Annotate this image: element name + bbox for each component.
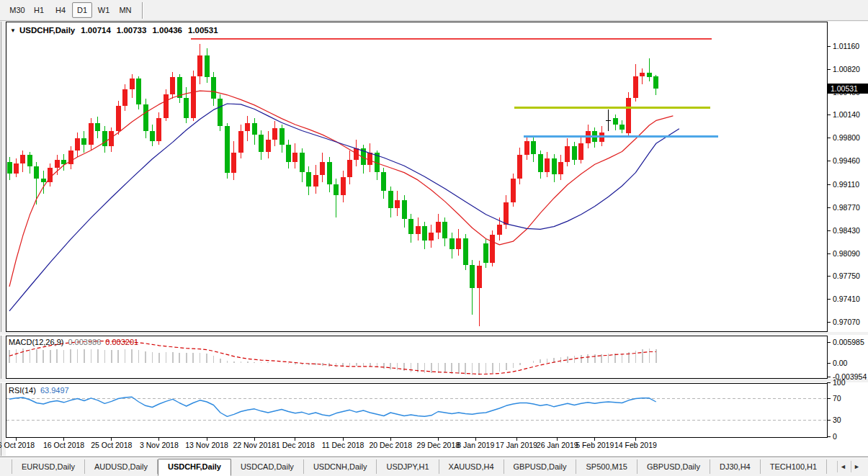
svg-text:0.99110: 0.99110 bbox=[833, 180, 859, 189]
timeframe-button-w1[interactable]: W1 bbox=[94, 2, 114, 18]
rsi-name: RSI(14) bbox=[9, 386, 36, 395]
chart-tab-audusd-daily[interactable]: AUDUSD,Daily bbox=[85, 459, 158, 474]
toolbar-separator bbox=[142, 2, 143, 19]
svg-text:20 Dec 2018: 20 Dec 2018 bbox=[369, 441, 412, 449]
svg-text:1.00140: 1.00140 bbox=[833, 110, 860, 119]
svg-text:26 Jan 2019: 26 Jan 2019 bbox=[537, 441, 578, 449]
chart-tab-usdcnh-daily[interactable]: USDCNH,Daily bbox=[304, 459, 377, 474]
svg-text:13 Nov 2018: 13 Nov 2018 bbox=[185, 441, 228, 449]
chart-tab-bar: EURUSD,DailyAUDUSD,DailyUSDCHF,DailyUSDC… bbox=[0, 457, 868, 476]
rsi-value: 63.9497 bbox=[40, 386, 69, 395]
chart-symbol-label: USDCHF,Daily bbox=[19, 26, 75, 35]
svg-text:6 Oct 2018: 6 Oct 2018 bbox=[0, 441, 35, 449]
svg-text:14 Feb 2019: 14 Feb 2019 bbox=[614, 441, 657, 449]
chart-tab-tech100-h1[interactable]: TECH100,H1 bbox=[761, 459, 827, 474]
svg-text:22 Nov 2018: 22 Nov 2018 bbox=[233, 441, 276, 449]
macd-signal-value: 0.003201 bbox=[105, 338, 138, 346]
chart-tab-dj30-h4[interactable]: DJ30,H4 bbox=[710, 459, 761, 474]
macd-name: MACD(12,26,9) bbox=[9, 338, 63, 346]
macd-main-value: 0.003986 bbox=[68, 338, 101, 346]
svg-text:3 Nov 2018: 3 Nov 2018 bbox=[140, 441, 179, 449]
timeframe-button-mn[interactable]: MN bbox=[115, 2, 135, 18]
svg-text:70: 70 bbox=[833, 394, 841, 403]
tab-scroll-buttons: ◄► bbox=[837, 461, 868, 472]
chart-tab-gbpusd-daily[interactable]: GBPUSD,Daily bbox=[637, 459, 710, 474]
svg-text:0.97070: 0.97070 bbox=[833, 318, 860, 326]
chevron-down-icon[interactable]: ▼ bbox=[10, 27, 16, 34]
current-price-tag: 1.00531 bbox=[827, 84, 868, 94]
svg-text:0: 0 bbox=[833, 432, 837, 441]
svg-text:0.98430: 0.98430 bbox=[833, 226, 860, 235]
timeframe-toolbar: M30H1H4D1W1MN bbox=[0, 0, 868, 21]
chart-title: ▼ USDCHF,Daily 1.00714 1.00733 1.00436 1… bbox=[10, 26, 218, 35]
svg-text:1.01160: 1.01160 bbox=[833, 42, 859, 50]
svg-text:1 Dec 2018: 1 Dec 2018 bbox=[276, 441, 315, 449]
tab-scroll-right-icon[interactable]: ► bbox=[851, 461, 862, 472]
svg-text:17 Jan 2019: 17 Jan 2019 bbox=[496, 441, 537, 449]
timeframe-button-m30[interactable]: M30 bbox=[7, 2, 27, 18]
chart-tab-eurusd-daily[interactable]: EURUSD,Daily bbox=[12, 459, 85, 474]
ohlc-high: 1.00733 bbox=[117, 26, 147, 35]
svg-text:0.98770: 0.98770 bbox=[833, 203, 860, 212]
chart-tab-usdjpy-h1[interactable]: USDJPY,H1 bbox=[377, 459, 439, 474]
mt4-window: M30H1H4D1W1MN 1.011601.008201.004801.001… bbox=[0, 0, 868, 476]
svg-text:0.99800: 0.99800 bbox=[833, 133, 860, 142]
macd-indicator-label: MACD(12,26,9) 0.003986 0.003201 bbox=[9, 338, 138, 346]
svg-text:0.98090: 0.98090 bbox=[833, 249, 860, 258]
svg-text:16 Oct 2018: 16 Oct 2018 bbox=[43, 441, 84, 449]
svg-text:1.00820: 1.00820 bbox=[833, 65, 860, 73]
ohlc-close: 1.00531 bbox=[188, 26, 218, 35]
svg-text:29 Dec 2018: 29 Dec 2018 bbox=[417, 441, 460, 449]
svg-text:0.005985: 0.005985 bbox=[833, 338, 864, 346]
svg-text:0.99460: 0.99460 bbox=[833, 156, 860, 165]
svg-text:11 Dec 2018: 11 Dec 2018 bbox=[322, 441, 364, 449]
timeframe-button-d1[interactable]: D1 bbox=[72, 2, 92, 18]
timeframe-button-h4[interactable]: H4 bbox=[50, 2, 71, 18]
svg-text:5 Feb 2019: 5 Feb 2019 bbox=[576, 441, 614, 449]
price-chart-canvas[interactable]: 1.011601.008201.004801.001400.998000.994… bbox=[0, 22, 868, 457]
timeframe-button-h1[interactable]: H1 bbox=[29, 2, 49, 18]
svg-text:100: 100 bbox=[833, 378, 846, 387]
chart-tab-usdchf-daily[interactable]: USDCHF,Daily bbox=[158, 459, 231, 476]
chart-tab-xauusd-h4[interactable]: XAUUSD,H4 bbox=[439, 459, 504, 474]
svg-text:30: 30 bbox=[833, 416, 841, 424]
svg-text:8 Jan 2019: 8 Jan 2019 bbox=[457, 441, 494, 449]
svg-text:0.00: 0.00 bbox=[833, 359, 848, 367]
ohlc-open: 1.00714 bbox=[81, 26, 111, 35]
svg-text:25 Oct 2018: 25 Oct 2018 bbox=[91, 441, 132, 449]
chart-tab-usdcad-daily[interactable]: USDCAD,Daily bbox=[231, 459, 304, 474]
ohlc-low: 1.00436 bbox=[152, 26, 182, 35]
rsi-indicator-label: RSI(14) 63.9497 bbox=[9, 386, 69, 395]
tab-scroll-left-icon[interactable]: ◄ bbox=[837, 461, 849, 472]
chart-tab-sp500-m15[interactable]: SP500,M15 bbox=[576, 459, 637, 474]
chart-tab-gbpusd-daily[interactable]: GBPUSD,Daily bbox=[504, 459, 577, 474]
svg-text:0.97410: 0.97410 bbox=[833, 295, 860, 303]
svg-text:0.97750: 0.97750 bbox=[833, 271, 860, 280]
